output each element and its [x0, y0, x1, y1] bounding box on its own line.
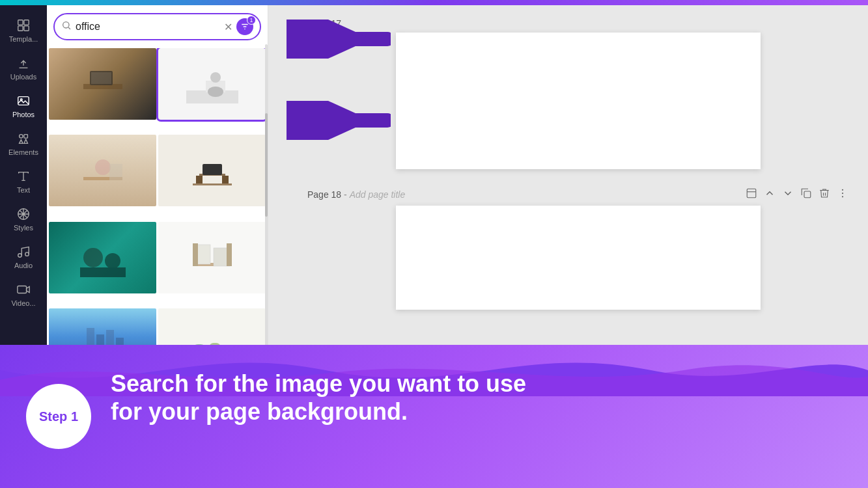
search-bar: ✕ 1: [53, 13, 261, 40]
svg-rect-8: [24, 135, 27, 139]
page-18-label: Page 18 - Add page title: [307, 189, 405, 200]
page-18-section: Page 18 - Add page title: [307, 187, 848, 310]
svg-point-35: [105, 253, 120, 269]
search-filter-button[interactable]: 1: [236, 18, 253, 35]
page-18-canvas[interactable]: [396, 206, 761, 310]
panel-scrollbar[interactable]: [265, 44, 268, 389]
sidebar-item-video[interactable]: Video...: [0, 276, 47, 314]
svg-rect-2: [18, 26, 23, 31]
bottom-overlay: Step 1 Search for the image you want to …: [0, 345, 868, 488]
page-18-controls: Page 18 - Add page title: [307, 187, 848, 202]
step-label: Step 1: [39, 409, 78, 424]
page-delete-icon[interactable]: [819, 187, 830, 202]
svg-rect-41: [227, 243, 232, 266]
photo-cell-5[interactable]: [49, 222, 156, 293]
panel-scrollbar-thumb: [265, 113, 268, 217]
photo-cell-4[interactable]: [158, 135, 266, 206]
svg-rect-14: [18, 286, 27, 293]
arrow-2: [287, 101, 391, 142]
sidebar-item-photos[interactable]: Photos: [0, 87, 47, 125]
photo-cell-3[interactable]: [49, 135, 156, 206]
svg-rect-5: [18, 97, 29, 105]
svg-marker-10: [24, 139, 27, 143]
svg-point-25: [208, 87, 223, 97]
svg-rect-1: [24, 20, 29, 25]
page-expand-icon[interactable]: [746, 187, 757, 202]
svg-point-34: [83, 248, 103, 267]
svg-rect-36: [80, 267, 126, 277]
page-duplicate-icon[interactable]: [800, 187, 812, 202]
sidebar-item-templates[interactable]: Templa...: [0, 12, 47, 49]
sidebar-item-text[interactable]: Text: [0, 163, 47, 200]
photo-cell-1[interactable]: [49, 48, 156, 120]
page-down-icon[interactable]: [782, 187, 794, 202]
search-icon: [61, 20, 72, 33]
svg-point-12: [18, 254, 22, 258]
page-up-icon[interactable]: [764, 187, 776, 202]
svg-rect-51: [747, 189, 756, 198]
svg-rect-52: [804, 191, 811, 198]
photo-cell-6[interactable]: [158, 222, 266, 293]
svg-point-7: [20, 135, 23, 139]
sidebar-item-audio[interactable]: Audio: [0, 238, 47, 276]
photo-grid: [47, 48, 268, 389]
svg-rect-21: [91, 72, 111, 84]
svg-rect-30: [203, 164, 222, 175]
svg-rect-28: [109, 164, 122, 180]
page-controls-icons: [746, 187, 848, 202]
arrow-1: [287, 20, 391, 61]
filter-badge: 1: [247, 16, 256, 25]
photos-panel: ✕ 1: [47, 5, 268, 389]
search-clear-icon[interactable]: ✕: [224, 21, 232, 33]
svg-marker-9: [20, 140, 23, 144]
svg-point-26: [95, 159, 111, 175]
svg-point-24: [210, 72, 221, 83]
svg-point-15: [63, 22, 69, 28]
sidebar-item-uploads[interactable]: Uploads: [0, 49, 47, 87]
sidebar-item-styles[interactable]: Styles: [0, 200, 47, 238]
step-circle: Step 1: [26, 384, 91, 449]
svg-rect-40: [193, 243, 198, 266]
search-input[interactable]: [76, 21, 220, 33]
svg-point-13: [25, 252, 29, 256]
canvas-area: Page 17 Page 18 - Add page title: [268, 5, 868, 389]
sidebar-item-elements[interactable]: Elements: [0, 125, 47, 163]
svg-rect-0: [18, 20, 23, 25]
page-17-canvas[interactable]: [396, 33, 761, 169]
page-more-icon[interactable]: [837, 187, 848, 202]
top-bar: [0, 0, 868, 5]
photo-cell-2[interactable]: [158, 48, 266, 120]
svg-rect-33: [193, 183, 232, 185]
svg-rect-3: [24, 26, 29, 31]
instruction-text: Search for the image you want to use for…: [111, 370, 848, 426]
